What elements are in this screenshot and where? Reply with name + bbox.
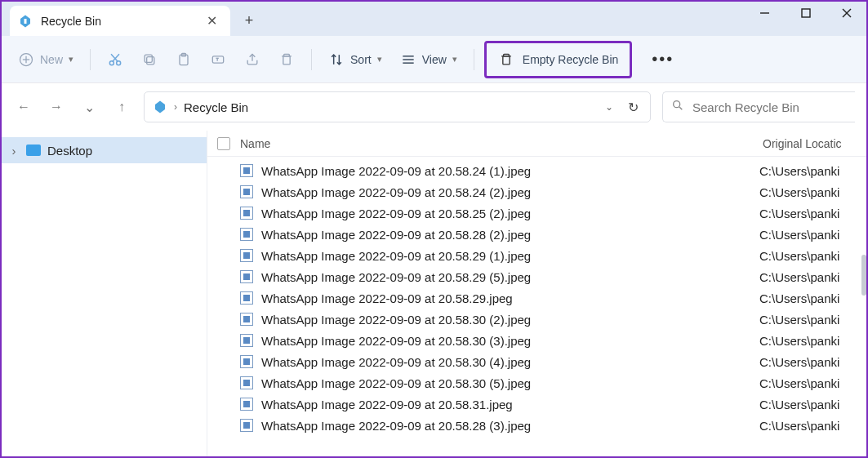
file-name: WhatsApp Image 2022-09-09 at 20.58.24 (2… xyxy=(261,185,759,199)
image-file-icon xyxy=(240,207,253,220)
search-box[interactable] xyxy=(662,91,855,122)
svg-rect-12 xyxy=(145,55,152,62)
window-controls xyxy=(755,3,865,23)
select-all-checkbox[interactable] xyxy=(217,137,230,150)
more-options-button[interactable]: ••• xyxy=(645,45,680,74)
file-location: C:\Users\panki xyxy=(759,398,839,411)
chevron-right-icon: › xyxy=(8,144,20,158)
copy-button[interactable] xyxy=(135,45,164,74)
new-tab-button[interactable]: + xyxy=(235,7,263,34)
empty-recycle-bin-highlight: Empty Recycle Bin xyxy=(484,41,632,78)
image-file-icon xyxy=(240,334,253,347)
column-header-location[interactable]: Original Locatic xyxy=(763,137,842,150)
minimize-button[interactable] xyxy=(755,3,775,23)
file-name: WhatsApp Image 2022-09-09 at 20.58.25 (2… xyxy=(261,207,759,220)
file-location: C:\Users\panki xyxy=(759,228,839,242)
recent-locations-button[interactable]: ⌄ xyxy=(78,96,100,118)
file-row[interactable]: WhatsApp Image 2022-09-09 at 20.58.25 (2… xyxy=(207,202,866,224)
chevron-right-icon: › xyxy=(174,101,177,113)
close-window-button[interactable] xyxy=(837,3,857,23)
share-button[interactable] xyxy=(238,45,267,74)
file-row[interactable]: WhatsApp Image 2022-09-09 at 20.58.30 (3… xyxy=(207,330,866,351)
address-dropdown-button[interactable]: ⌄ xyxy=(600,101,618,113)
view-button-label: View xyxy=(422,53,447,66)
file-name: WhatsApp Image 2022-09-09 at 20.58.28 (3… xyxy=(261,419,759,433)
address-bar[interactable]: › Recycle Bin ⌄ ↻ xyxy=(144,91,651,122)
file-row[interactable]: WhatsApp Image 2022-09-09 at 20.58.30 (2… xyxy=(207,309,866,330)
svg-point-23 xyxy=(674,101,680,108)
file-list: WhatsApp Image 2022-09-09 at 20.58.24 (1… xyxy=(207,157,866,436)
chevron-down-icon: ▾ xyxy=(452,54,457,64)
sort-button[interactable]: Sort ▾ xyxy=(322,45,389,74)
file-location: C:\Users\panki xyxy=(759,419,839,433)
close-tab-button[interactable]: ✕ xyxy=(202,11,222,30)
chevron-down-icon: ▾ xyxy=(69,54,73,64)
image-file-icon xyxy=(240,419,253,432)
file-row[interactable]: WhatsApp Image 2022-09-09 at 20.58.28 (3… xyxy=(207,415,866,436)
file-row[interactable]: WhatsApp Image 2022-09-09 at 20.58.24 (2… xyxy=(207,181,866,202)
file-row[interactable]: WhatsApp Image 2022-09-09 at 20.58.30 (4… xyxy=(207,351,866,372)
delete-button[interactable] xyxy=(272,45,301,74)
image-file-icon xyxy=(240,291,253,305)
svg-rect-18 xyxy=(283,56,290,64)
file-location: C:\Users\panki xyxy=(759,355,839,369)
new-button[interactable]: New ▾ xyxy=(11,45,80,74)
file-row[interactable]: WhatsApp Image 2022-09-09 at 20.58.24 (1… xyxy=(207,160,866,181)
svg-rect-1 xyxy=(802,9,810,17)
image-file-icon xyxy=(240,185,253,198)
file-name: WhatsApp Image 2022-09-09 at 20.58.30 (5… xyxy=(261,376,759,390)
search-icon xyxy=(671,99,684,115)
paste-button[interactable] xyxy=(169,45,198,74)
forward-button[interactable]: → xyxy=(46,96,67,118)
file-location: C:\Users\panki xyxy=(759,291,839,305)
address-bar-row: ← → ⌄ ↑ › Recycle Bin ⌄ ↻ xyxy=(2,83,866,131)
separator xyxy=(90,49,91,70)
content-pane: Name Original Locatic WhatsApp Image 202… xyxy=(207,131,866,456)
file-row[interactable]: WhatsApp Image 2022-09-09 at 20.58.29 (1… xyxy=(207,245,866,266)
back-button[interactable]: ← xyxy=(13,96,34,118)
separator xyxy=(311,49,312,70)
new-button-label: New xyxy=(40,53,63,66)
file-name: WhatsApp Image 2022-09-09 at 20.58.29 (1… xyxy=(261,249,759,263)
column-headers: Name Original Locatic xyxy=(207,131,866,157)
file-row[interactable]: WhatsApp Image 2022-09-09 at 20.58.29 (5… xyxy=(207,266,866,287)
file-location: C:\Users\panki xyxy=(759,164,839,178)
view-button[interactable]: View ▾ xyxy=(394,45,464,74)
file-name: WhatsApp Image 2022-09-09 at 20.58.30 (4… xyxy=(261,355,759,369)
file-name: WhatsApp Image 2022-09-09 at 20.58.30 (2… xyxy=(261,313,759,327)
sidebar-item-desktop[interactable]: › Desktop xyxy=(2,137,207,163)
image-file-icon xyxy=(240,313,253,326)
svg-rect-22 xyxy=(503,56,510,64)
file-row[interactable]: WhatsApp Image 2022-09-09 at 20.58.28 (2… xyxy=(207,224,866,245)
file-name: WhatsApp Image 2022-09-09 at 20.58.24 (1… xyxy=(261,164,759,178)
scrollbar-thumb[interactable] xyxy=(861,255,866,296)
navigation-pane: › Desktop xyxy=(2,131,207,456)
cut-button[interactable] xyxy=(100,45,130,74)
file-location: C:\Users\panki xyxy=(759,185,839,199)
empty-recycle-bin-label: Empty Recycle Bin xyxy=(523,53,618,66)
maximize-button[interactable] xyxy=(796,3,816,23)
rename-button[interactable] xyxy=(203,45,233,74)
file-location: C:\Users\panki xyxy=(759,334,839,348)
file-location: C:\Users\panki xyxy=(759,376,839,390)
active-tab[interactable]: Recycle Bin ✕ xyxy=(10,6,230,36)
sort-button-label: Sort xyxy=(350,53,372,66)
file-location: C:\Users\panki xyxy=(759,270,839,284)
column-header-name[interactable]: Name xyxy=(240,137,763,150)
svg-line-24 xyxy=(679,107,682,109)
separator xyxy=(474,49,474,70)
up-button[interactable]: ↑ xyxy=(111,96,132,118)
image-file-icon xyxy=(240,270,253,283)
breadcrumb-text[interactable]: Recycle Bin xyxy=(184,100,594,114)
empty-recycle-bin-button[interactable]: Empty Recycle Bin xyxy=(492,45,625,74)
file-name: WhatsApp Image 2022-09-09 at 20.58.30 (3… xyxy=(261,334,759,348)
image-file-icon xyxy=(240,376,253,389)
file-row[interactable]: WhatsApp Image 2022-09-09 at 20.58.29.jp… xyxy=(207,287,866,309)
file-row[interactable]: WhatsApp Image 2022-09-09 at 20.58.31.jp… xyxy=(207,394,866,415)
file-row[interactable]: WhatsApp Image 2022-09-09 at 20.58.30 (5… xyxy=(207,372,866,394)
search-input[interactable] xyxy=(692,100,848,114)
refresh-button[interactable]: ↻ xyxy=(625,100,642,115)
chevron-down-icon: ▾ xyxy=(377,54,382,64)
desktop-icon xyxy=(26,145,41,156)
file-location: C:\Users\panki xyxy=(759,249,839,263)
